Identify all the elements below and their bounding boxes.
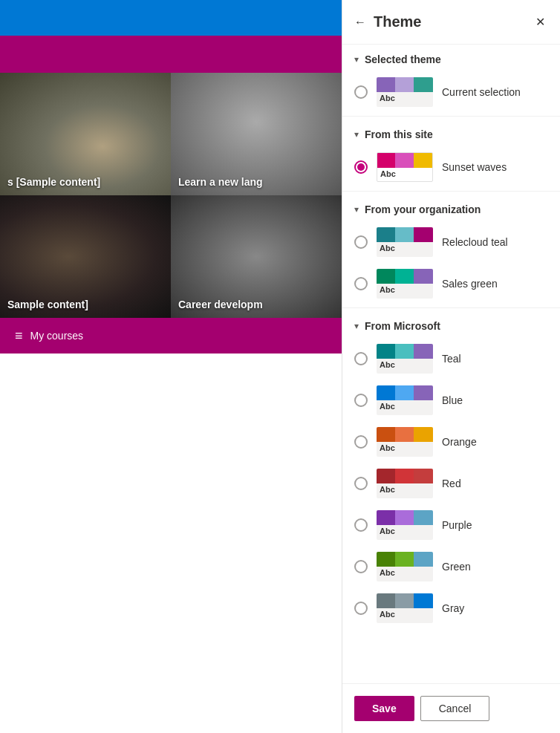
label-sunset: Sunset waves — [442, 161, 507, 173]
radio-red[interactable] — [354, 477, 368, 490]
section-selected-label: Selected theme — [365, 53, 441, 65]
swatch-red: Abc — [377, 469, 433, 498]
divider-2 — [342, 191, 560, 192]
option-current[interactable]: Abc Current selection — [342, 71, 560, 113]
label-salesgreen: Sales green — [442, 278, 498, 290]
swatch-green: Abc — [377, 552, 433, 581]
swatch-gray: Abc — [377, 593, 433, 623]
swatch-purple: Abc — [377, 510, 433, 540]
swatch-abc-blue: Abc — [377, 400, 433, 412]
bottom-bar: ≡ My courses — [0, 318, 342, 354]
radio-sunset[interactable] — [354, 160, 368, 174]
section-selected-theme[interactable]: ▾ Selected theme — [342, 45, 560, 71]
swatch-relecloud: Abc — [377, 227, 433, 257]
image-handshake: s [Sample content] — [0, 73, 171, 195]
panel-header: ← Theme ✕ — [342, 0, 560, 45]
swatch-abc-green: Abc — [377, 567, 433, 579]
label-teal: Teal — [442, 353, 461, 365]
radio-green[interactable] — [354, 560, 368, 573]
brand-bar — [0, 36, 342, 73]
chevron-org-icon: ▾ — [354, 204, 359, 215]
radio-teal[interactable] — [354, 352, 368, 365]
label-gray: Gray — [442, 602, 464, 614]
swatch-teal: Abc — [377, 344, 433, 374]
option-gray[interactable]: Abc Gray — [342, 587, 560, 629]
section-org-label: From your organization — [365, 203, 481, 215]
swatch-salesgreen: Abc — [377, 269, 433, 299]
radio-gray[interactable] — [354, 602, 368, 615]
swatch-abc-salesgreen: Abc — [377, 284, 433, 296]
image-woman: Sample content] — [0, 195, 171, 318]
section-ms-label: From Microsoft — [365, 320, 440, 332]
option-purple[interactable]: Abc Purple — [342, 504, 560, 546]
option-salesgreen[interactable]: Abc Sales green — [342, 263, 560, 304]
radio-salesgreen[interactable] — [354, 277, 368, 290]
swatch-abc-sunset: Abc — [377, 168, 432, 180]
radio-blue[interactable] — [354, 394, 368, 407]
chevron-selected-icon: ▾ — [354, 54, 359, 65]
option-red[interactable]: Abc Red — [342, 463, 560, 504]
courses-icon: ≡ — [15, 328, 23, 344]
option-sunset[interactable]: Abc Sunset waves — [342, 146, 560, 188]
swatch-abc-current: Abc — [377, 92, 433, 104]
radio-current[interactable] — [354, 85, 368, 99]
panel-header-left: ← Theme — [354, 13, 421, 30]
panel-body: ▾ Selected theme Abc Current selection ▾… — [342, 45, 560, 683]
option-orange[interactable]: Abc Orange — [342, 421, 560, 463]
swatch-abc-relecloud: Abc — [377, 242, 433, 254]
label-blue: Blue — [442, 394, 463, 406]
option-green[interactable]: Abc Green — [342, 546, 560, 587]
main-content: s [Sample content] Learn a new lang Samp… — [0, 0, 342, 733]
section-from-microsoft[interactable]: ▾ From Microsoft — [342, 311, 560, 338]
label-purple: Purple — [442, 519, 472, 531]
section-site-label: From this site — [365, 128, 433, 140]
image-teamwork: Career developm — [171, 195, 342, 318]
section-from-org[interactable]: ▾ From your organization — [342, 195, 560, 221]
image-caption-teamwork: Career developm — [178, 299, 263, 310]
radio-purple[interactable] — [354, 518, 368, 532]
radio-orange[interactable] — [354, 435, 368, 449]
option-blue[interactable]: Abc Blue — [342, 379, 560, 421]
divider-1 — [342, 116, 560, 117]
option-teal[interactable]: Abc Teal — [342, 338, 560, 379]
images-grid: s [Sample content] Learn a new lang Samp… — [0, 73, 342, 318]
swatch-abc-teal: Abc — [377, 359, 433, 371]
theme-panel: ← Theme ✕ ▾ Selected theme Abc Current s… — [342, 0, 560, 733]
label-current: Current selection — [442, 86, 521, 98]
label-relecloud: Relecloud teal — [442, 236, 508, 248]
option-relecloud[interactable]: Abc Relecloud teal — [342, 221, 560, 263]
section-from-site[interactable]: ▾ From this site — [342, 120, 560, 146]
swatch-sunset: Abc — [377, 152, 433, 182]
top-bar — [0, 0, 342, 36]
image-meeting: Learn a new lang — [171, 73, 342, 195]
my-courses-label: My courses — [30, 330, 84, 342]
swatch-abc-red: Abc — [377, 483, 433, 495]
chevron-site-icon: ▾ — [354, 129, 359, 140]
save-button[interactable]: Save — [354, 696, 414, 721]
panel-footer: Save Cancel — [342, 683, 560, 733]
image-caption-meeting: Learn a new lang — [178, 176, 263, 188]
cancel-button[interactable]: Cancel — [420, 696, 490, 721]
back-button[interactable]: ← — [354, 16, 366, 29]
swatch-abc-orange: Abc — [377, 442, 433, 454]
swatch-abc-gray: Abc — [377, 608, 433, 620]
swatch-orange: Abc — [377, 427, 433, 457]
divider-3 — [342, 307, 560, 308]
label-red: Red — [442, 478, 461, 489]
label-orange: Orange — [442, 436, 477, 448]
radio-relecloud[interactable] — [354, 235, 368, 249]
image-caption-woman: Sample content] — [7, 299, 88, 310]
swatch-blue: Abc — [377, 385, 433, 415]
chevron-ms-icon: ▾ — [354, 321, 359, 331]
swatch-current: Abc — [377, 77, 433, 107]
close-button[interactable]: ✕ — [533, 12, 548, 32]
label-green: Green — [442, 561, 471, 573]
swatch-abc-purple: Abc — [377, 525, 433, 537]
panel-title: Theme — [374, 13, 421, 30]
image-caption-handshake: s [Sample content] — [7, 176, 100, 188]
